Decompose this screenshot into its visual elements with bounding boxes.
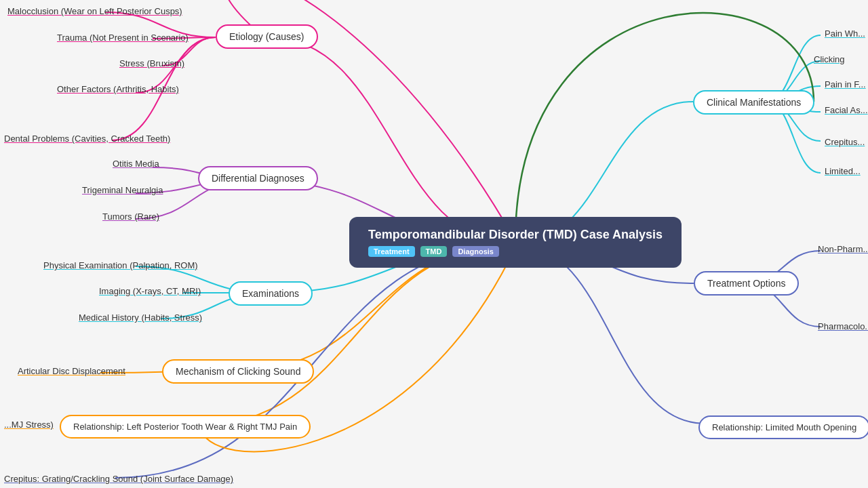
tmj-stress-node: ...MJ Stress) [0, 418, 58, 430]
medical-history-node: Medical History (Habits, Stress) [75, 311, 206, 323]
mechanism-node: Mechanism of Clicking Sound [162, 359, 314, 384]
center-title: Temporomandibular Disorder (TMD) Case An… [349, 217, 682, 268]
relationship-limited-node: Relationship: Limited Mouth Opening [698, 415, 868, 439]
differential-node: Differential Diagnoses [198, 166, 318, 190]
pain-in-node: Pain in F... [821, 78, 868, 90]
facial-as-node: Facial As... [821, 104, 868, 116]
trigeminal-node: Trigeminal Neuralgia [78, 184, 167, 196]
imaging-node: Imaging (X-rays, CT, MRI) [95, 285, 205, 297]
pain-when-node: Pain Wh... [821, 27, 868, 39]
center-node: Temporomandibular Disorder (TMD) Case An… [349, 217, 682, 268]
crepitus-right-node: Crepitus... [821, 136, 868, 148]
examinations-node: Examinations [229, 281, 313, 306]
crepitus-node: Crepitus: Grating/Crackling Sound (Joint… [0, 472, 237, 485]
dental-problems-node: Dental Problems (Cavities, Cracked Teeth… [0, 132, 174, 144]
stress-node: Stress (Bruxism) [115, 57, 189, 69]
clinical-manifestations-node: Clinical Manifestations [693, 90, 814, 115]
otitis-media-node: Otitis Media [108, 157, 163, 169]
tag-tmd: TMD [420, 246, 448, 257]
tag-treatment: Treatment [368, 246, 415, 257]
relationship-left-node: Relationship: Left Posterior Tooth Wear … [60, 415, 311, 439]
trauma-node: Trauma (Not Present in Scenario) [53, 31, 193, 43]
treatment-options-node: Treatment Options [694, 271, 799, 296]
physical-exam-node: Physical Examination (Palpation, ROM) [39, 259, 202, 271]
other-factors-node: Other Factors (Arthritis, Habits) [53, 83, 183, 95]
etiology-node: Etiology (Causes) [216, 24, 318, 49]
non-pharm-node: Non-Pharm... [814, 243, 868, 255]
tumors-node: Tumors (Rare) [98, 210, 163, 222]
clicking-node: Clicking [810, 53, 849, 65]
pharmacolo-node: Pharmacolo... [814, 320, 868, 332]
limited-node: Limited... [821, 165, 865, 177]
articular-disc-node: Articular Disc Displacement [14, 365, 130, 377]
malocclusion-node: Malocclusion (Wear on Left Posterior Cus… [3, 5, 186, 17]
tag-diagnosis: Diagnosis [452, 246, 499, 257]
